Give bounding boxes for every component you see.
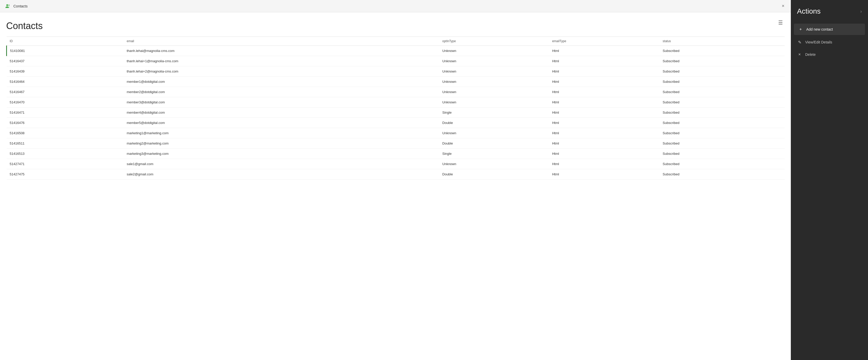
cell-emailtype: Html xyxy=(549,97,660,107)
cell-emailtype: Html xyxy=(549,138,660,149)
table-row[interactable]: 51416467member2@dotdigital.comUnknownHtm… xyxy=(7,87,785,97)
action-item-delete[interactable]: ×Delete xyxy=(791,48,868,61)
cell-optintype: Unknown xyxy=(439,46,549,56)
cell-id: 51416513 xyxy=(7,149,124,159)
cell-email: member4@dotdigital.com xyxy=(123,107,439,118)
cell-email: member3@dotdigital.com xyxy=(123,97,439,107)
col-header-status: status xyxy=(660,37,785,46)
contacts-app-icon xyxy=(4,3,11,10)
cell-email: marketing1@marketing.com xyxy=(123,128,439,138)
cell-id: 51416437 xyxy=(7,56,124,66)
cell-status: Subscribed xyxy=(660,107,785,118)
cell-status: Subscribed xyxy=(660,97,785,107)
table-row[interactable]: 51410081thanh.lehai@magnolia-cms.comUnkn… xyxy=(7,46,785,56)
table-row[interactable]: 51427471sale1@gmail.comUnknownHtmlSubscr… xyxy=(7,159,785,169)
svg-point-1 xyxy=(8,4,10,6)
table-row[interactable]: 51416476member5@dotdigital.comDoubleHtml… xyxy=(7,118,785,128)
col-header-id: ID xyxy=(7,37,124,46)
cell-status: Subscribed xyxy=(660,56,785,66)
cell-status: Subscribed xyxy=(660,77,785,87)
cell-optintype: Double xyxy=(439,138,549,149)
close-button[interactable]: × xyxy=(779,3,787,10)
cell-id: 51427471 xyxy=(7,159,124,169)
top-bar-left: Contacts xyxy=(4,3,28,10)
table-row[interactable]: 51416471member4@dotdigital.comSingleHtml… xyxy=(7,107,785,118)
svg-point-0 xyxy=(6,4,8,6)
contacts-table: ID email optInType emailType status 5141… xyxy=(6,36,785,179)
actions-panel: Actions › +Add new contact✎View/Edit Det… xyxy=(791,0,868,360)
cell-emailtype: Html xyxy=(549,169,660,179)
actions-chevron-icon[interactable]: › xyxy=(860,9,862,14)
cell-optintype: Single xyxy=(439,107,549,118)
table-row[interactable]: 51416511marketing2@marketing.comDoubleHt… xyxy=(7,138,785,149)
cell-id: 51416464 xyxy=(7,77,124,87)
table-row[interactable]: 51416513marketing3@marketing.comSingleHt… xyxy=(7,149,785,159)
cell-status: Subscribed xyxy=(660,66,785,77)
cell-emailtype: Html xyxy=(549,159,660,169)
cell-optintype: Unknown xyxy=(439,56,549,66)
table-row[interactable]: 51416464member1@dotdigital.comUnknownHtm… xyxy=(7,77,785,87)
cell-id: 51416470 xyxy=(7,97,124,107)
cell-email: member1@dotdigital.com xyxy=(123,77,439,87)
cell-status: Subscribed xyxy=(660,138,785,149)
cell-emailtype: Html xyxy=(549,56,660,66)
col-header-optintype: optInType xyxy=(439,37,549,46)
cell-optintype: Unknown xyxy=(439,87,549,97)
cell-email: sale1@gmail.com xyxy=(123,159,439,169)
delete-label: Delete xyxy=(805,53,815,57)
view-edit-details-icon: ✎ xyxy=(797,40,802,45)
add-new-contact-label: Add new contact xyxy=(806,27,833,31)
table-row[interactable]: 51416439thanh.lehai+2@magnolia-cms.comUn… xyxy=(7,66,785,77)
add-new-contact-icon: + xyxy=(798,27,803,32)
cell-optintype: Unknown xyxy=(439,97,549,107)
cell-email: thanh.lehai@magnolia-cms.com xyxy=(123,46,439,56)
table-header-row: ID email optInType emailType status xyxy=(7,37,785,46)
cell-status: Subscribed xyxy=(660,128,785,138)
cell-id: 51416511 xyxy=(7,138,124,149)
col-header-emailtype: emailType xyxy=(549,37,660,46)
cell-email: member2@dotdigital.com xyxy=(123,87,439,97)
cell-emailtype: Html xyxy=(549,149,660,159)
top-bar: Contacts × xyxy=(0,0,791,12)
cell-optintype: Single xyxy=(439,149,549,159)
cell-email: member5@dotdigital.com xyxy=(123,118,439,128)
table-row[interactable]: 51416470member3@dotdigital.comUnknownHtm… xyxy=(7,97,785,107)
cell-id: 51416439 xyxy=(7,66,124,77)
action-item-add-new-contact[interactable]: +Add new contact xyxy=(794,24,865,35)
cell-optintype: Unknown xyxy=(439,128,549,138)
cell-email: thanh.lehai+2@magnolia-cms.com xyxy=(123,66,439,77)
page-content: Contacts ☰ ID email optInType emailType … xyxy=(0,12,791,360)
col-header-email: email xyxy=(123,37,439,46)
cell-id: 51410081 xyxy=(7,46,124,56)
table-row[interactable]: 51427475sale2@gmail.comDoubleHtmlSubscri… xyxy=(7,169,785,179)
cell-emailtype: Html xyxy=(549,46,660,56)
cell-optintype: Unknown xyxy=(439,77,549,87)
cell-id: 51416471 xyxy=(7,107,124,118)
cell-email: marketing3@marketing.com xyxy=(123,149,439,159)
cell-id: 51416476 xyxy=(7,118,124,128)
cell-emailtype: Html xyxy=(549,128,660,138)
content-menu-button[interactable]: ☰ xyxy=(776,19,785,27)
cell-emailtype: Html xyxy=(549,66,660,77)
cell-status: Subscribed xyxy=(660,87,785,97)
cell-optintype: Unknown xyxy=(439,159,549,169)
cell-email: marketing2@marketing.com xyxy=(123,138,439,149)
cell-optintype: Unknown xyxy=(439,66,549,77)
cell-emailtype: Html xyxy=(549,77,660,87)
table-row[interactable]: 51416437thanh.lehai+1@magnolia-cms.comUn… xyxy=(7,56,785,66)
cell-optintype: Double xyxy=(439,118,549,128)
cell-status: Subscribed xyxy=(660,159,785,169)
cell-status: Subscribed xyxy=(660,149,785,159)
cell-status: Subscribed xyxy=(660,169,785,179)
cell-emailtype: Html xyxy=(549,87,660,97)
cell-status: Subscribed xyxy=(660,118,785,128)
menu-icon: ☰ xyxy=(778,20,783,26)
actions-title: Actions xyxy=(797,7,821,15)
cell-email: sale2@gmail.com xyxy=(123,169,439,179)
cell-emailtype: Html xyxy=(549,118,660,128)
cell-id: 51416508 xyxy=(7,128,124,138)
page-title: Contacts xyxy=(6,21,785,31)
actions-list: +Add new contact✎View/Edit Details×Delet… xyxy=(791,21,868,63)
action-item-view-edit-details[interactable]: ✎View/Edit Details xyxy=(791,36,868,48)
table-row[interactable]: 51416508marketing1@marketing.comUnknownH… xyxy=(7,128,785,138)
